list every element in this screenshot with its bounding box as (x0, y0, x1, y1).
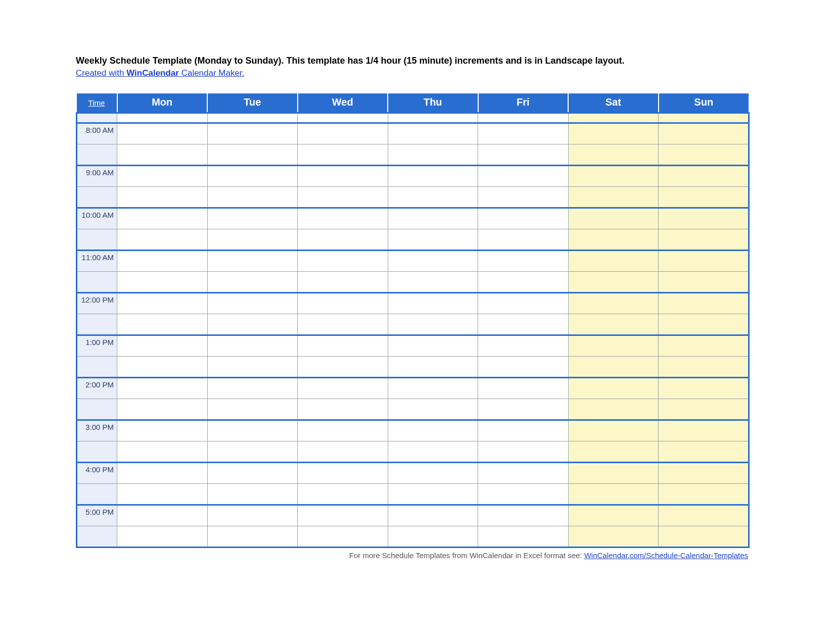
cell[interactable] (388, 526, 478, 548)
cell[interactable] (207, 272, 298, 293)
cell[interactable] (298, 113, 388, 123)
wincalendar-link[interactable]: Created with WinCalendar Calendar Maker. (76, 68, 244, 78)
time-cell[interactable] (77, 357, 117, 378)
cell[interactable] (388, 144, 478, 166)
cell-weekend[interactable] (659, 378, 749, 399)
cell-weekend[interactable] (659, 229, 749, 251)
cell-weekend[interactable] (659, 208, 749, 229)
cell[interactable] (388, 208, 478, 229)
cell[interactable] (117, 293, 208, 314)
cell[interactable] (117, 314, 208, 335)
cell[interactable] (117, 272, 208, 293)
cell-weekend[interactable] (568, 187, 659, 208)
cell[interactable] (388, 293, 478, 314)
cell-weekend[interactable] (568, 335, 659, 357)
cell[interactable] (207, 505, 298, 526)
cell[interactable] (478, 272, 569, 293)
cell[interactable] (478, 378, 569, 399)
cell-weekend[interactable] (568, 526, 659, 548)
cell[interactable] (388, 123, 478, 144)
time-cell[interactable]: 4:00 PM (77, 463, 117, 484)
cell[interactable] (207, 208, 298, 229)
cell[interactable] (117, 357, 208, 378)
cell-weekend[interactable] (568, 166, 659, 187)
cell-weekend[interactable] (568, 229, 659, 251)
cell[interactable] (478, 166, 569, 187)
time-cell[interactable] (77, 229, 117, 251)
cell[interactable] (478, 144, 569, 166)
time-cell[interactable] (77, 144, 117, 166)
cell[interactable] (207, 357, 298, 378)
cell-weekend[interactable] (659, 144, 749, 166)
time-cell[interactable]: 10:00 AM (77, 208, 117, 229)
cell[interactable] (117, 484, 208, 505)
cell[interactable] (388, 505, 478, 526)
cell-weekend[interactable] (659, 272, 749, 293)
cell-weekend[interactable] (659, 526, 749, 548)
cell-weekend[interactable] (659, 335, 749, 357)
cell-weekend[interactable] (568, 314, 659, 335)
time-cell[interactable] (77, 399, 117, 420)
cell[interactable] (388, 187, 478, 208)
cell[interactable] (207, 399, 298, 420)
cell[interactable] (478, 505, 569, 526)
cell[interactable] (478, 420, 569, 441)
cell[interactable] (388, 166, 478, 187)
cell[interactable] (388, 335, 478, 357)
cell[interactable] (298, 335, 388, 357)
time-cell[interactable]: 11:00 AM (77, 251, 117, 272)
cell-weekend[interactable] (659, 505, 749, 526)
cell[interactable] (478, 484, 569, 505)
cell[interactable] (207, 166, 298, 187)
cell[interactable] (388, 378, 478, 399)
time-cell[interactable] (77, 187, 117, 208)
cell-weekend[interactable] (659, 420, 749, 441)
cell[interactable] (298, 251, 388, 272)
cell-weekend[interactable] (568, 441, 659, 463)
cell[interactable] (478, 357, 569, 378)
cell[interactable] (207, 463, 298, 484)
cell[interactable] (298, 463, 388, 484)
cell-weekend[interactable] (659, 166, 749, 187)
cell[interactable] (478, 229, 569, 251)
cell[interactable] (207, 335, 298, 357)
cell[interactable] (478, 113, 569, 123)
cell[interactable] (207, 293, 298, 314)
cell[interactable] (478, 251, 569, 272)
cell[interactable] (117, 420, 208, 441)
cell-weekend[interactable] (659, 251, 749, 272)
cell[interactable] (388, 113, 478, 123)
cell-weekend[interactable] (568, 272, 659, 293)
cell[interactable] (388, 314, 478, 335)
cell[interactable] (478, 314, 569, 335)
cell[interactable] (298, 208, 388, 229)
cell[interactable] (117, 335, 208, 357)
cell-weekend[interactable] (659, 293, 749, 314)
cell-weekend[interactable] (568, 113, 659, 123)
cell[interactable] (117, 378, 208, 399)
cell[interactable] (298, 526, 388, 548)
cell-weekend[interactable] (568, 484, 659, 505)
cell[interactable] (478, 399, 569, 420)
cell-weekend[interactable] (568, 420, 659, 441)
cell[interactable] (207, 144, 298, 166)
cell-weekend[interactable] (659, 484, 749, 505)
cell-weekend[interactable] (659, 113, 749, 123)
cell[interactable] (117, 113, 208, 123)
cell[interactable] (117, 144, 208, 166)
cell[interactable] (388, 399, 478, 420)
cell[interactable] (478, 526, 569, 548)
cell[interactable] (478, 123, 569, 144)
cell[interactable] (298, 314, 388, 335)
cell[interactable] (298, 420, 388, 441)
cell-weekend[interactable] (659, 441, 749, 463)
cell-weekend[interactable] (568, 251, 659, 272)
cell[interactable] (207, 123, 298, 144)
cell[interactable] (298, 187, 388, 208)
cell-weekend[interactable] (659, 314, 749, 335)
cell[interactable] (388, 420, 478, 441)
cell[interactable] (298, 357, 388, 378)
cell[interactable] (117, 463, 208, 484)
cell[interactable] (207, 526, 298, 548)
cell[interactable] (207, 187, 298, 208)
